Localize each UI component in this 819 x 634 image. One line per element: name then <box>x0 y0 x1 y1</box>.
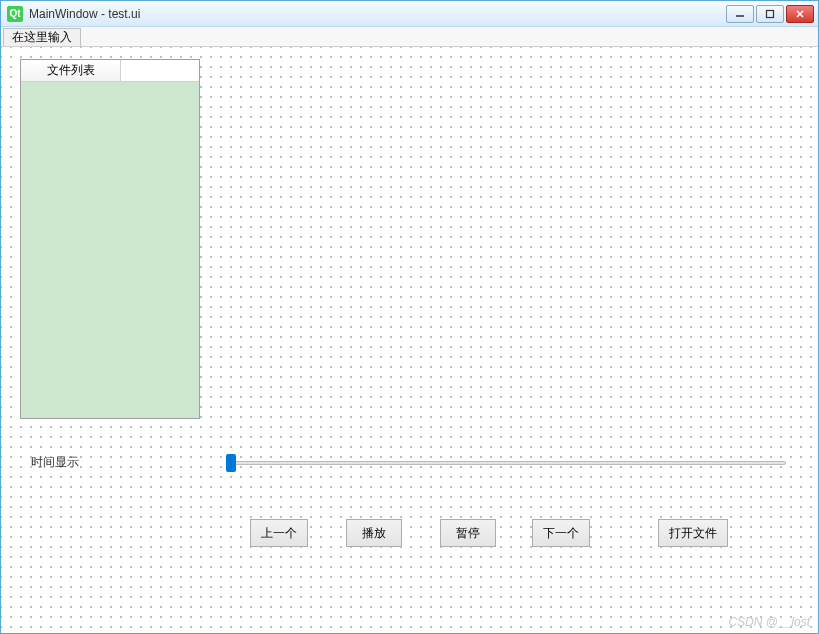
progress-slider[interactable] <box>226 454 786 472</box>
file-list-body[interactable] <box>21 82 199 418</box>
close-button[interactable] <box>786 5 814 23</box>
qt-icon: Qt <box>7 6 23 22</box>
minimize-button[interactable] <box>726 5 754 23</box>
slider-track <box>226 461 786 465</box>
watermark: CSDN @__lost <box>728 615 810 629</box>
titlebar: Qt MainWindow - test.ui <box>1 1 818 27</box>
button-row: 上一个 播放 暂停 下一个 打开文件 <box>250 519 728 547</box>
next-button[interactable]: 下一个 <box>532 519 590 547</box>
slider-thumb[interactable] <box>226 454 236 472</box>
prev-button[interactable]: 上一个 <box>250 519 308 547</box>
window-controls <box>726 5 814 23</box>
menu-placeholder[interactable]: 在这里输入 <box>3 28 81 46</box>
window-title: MainWindow - test.ui <box>29 7 726 21</box>
file-list-header: 文件列表 <box>21 60 199 82</box>
svg-rect-1 <box>767 10 774 17</box>
time-label: 时间显示 <box>31 454 79 471</box>
main-window: Qt MainWindow - test.ui 在这里输入 文件列表 时间显示 <box>0 0 819 634</box>
pause-button[interactable]: 暂停 <box>440 519 496 547</box>
play-button[interactable]: 播放 <box>346 519 402 547</box>
file-list-widget[interactable]: 文件列表 <box>20 59 200 419</box>
maximize-button[interactable] <box>756 5 784 23</box>
open-file-button[interactable]: 打开文件 <box>658 519 728 547</box>
client-area: 文件列表 时间显示 上一个 播放 暂停 下一个 打开文件 CSDN @__los… <box>1 47 818 633</box>
menubar: 在这里输入 <box>1 27 818 47</box>
file-list-header-col[interactable]: 文件列表 <box>21 60 121 81</box>
